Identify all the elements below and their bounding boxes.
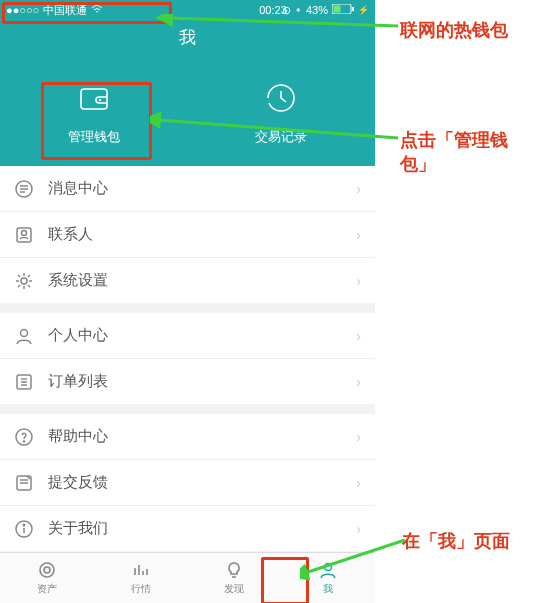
battery-icon — [332, 4, 354, 16]
svg-point-13 — [23, 440, 24, 441]
svg-point-16 — [23, 524, 25, 526]
chevron-right-icon: › — [356, 181, 361, 197]
chevron-right-icon: › — [356, 273, 361, 289]
tx-history-label: 交易记录 — [255, 128, 307, 146]
menu-profile[interactable]: 个人中心› — [0, 313, 375, 359]
svg-rect-1 — [334, 6, 341, 13]
annotation-text-3: 在「我」页面 — [402, 529, 510, 553]
svg-rect-2 — [352, 7, 354, 11]
info-icon — [14, 519, 34, 539]
tab-me[interactable]: 我 — [281, 553, 375, 603]
menu-label: 帮助中心 — [48, 427, 108, 446]
chevron-right-icon: › — [356, 374, 361, 390]
menu-label: 个人中心 — [48, 326, 108, 345]
tab-label: 行情 — [131, 582, 151, 596]
help-icon — [14, 427, 34, 447]
person-icon — [14, 326, 34, 346]
menu-contacts[interactable]: 联系人› — [0, 212, 375, 258]
svg-point-18 — [44, 567, 50, 573]
svg-point-19 — [325, 564, 332, 571]
menu-about[interactable]: 关于我们› — [0, 506, 375, 551]
svg-point-9 — [21, 278, 27, 284]
chevron-right-icon: › — [356, 521, 361, 537]
market-icon — [131, 560, 151, 580]
svg-point-4 — [99, 99, 101, 101]
wifi-icon — [91, 4, 103, 16]
menu-messages[interactable]: 消息中心› — [0, 166, 375, 212]
me-icon — [318, 560, 338, 580]
carrier-label: 中国联通 — [43, 3, 87, 18]
menu-label: 订单列表 — [48, 372, 108, 391]
menu-label: 关于我们 — [48, 519, 108, 538]
svg-point-17 — [40, 563, 54, 577]
menu-label: 提交反馈 — [48, 473, 108, 492]
annotation-text-2: 点击「管理钱包」 — [400, 128, 540, 176]
svg-rect-3 — [81, 89, 107, 109]
menu-feedback[interactable]: 提交反馈› — [0, 460, 375, 506]
contacts-icon — [14, 225, 34, 245]
annotation-text-1: 联网的热钱包 — [400, 18, 508, 42]
tx-history-button[interactable]: 交易记录 — [255, 81, 307, 146]
feedback-icon — [14, 473, 34, 493]
bulb-icon — [224, 560, 244, 580]
menu-label: 联系人 — [48, 225, 93, 244]
tab-assets[interactable]: 资产 — [0, 553, 94, 603]
svg-point-10 — [21, 329, 28, 336]
assets-icon — [37, 560, 57, 580]
header: 我 管理钱包 交易记录 — [0, 20, 375, 166]
page-title: 我 — [0, 20, 375, 53]
charging-icon: ⚡ — [358, 5, 369, 15]
manage-wallet-label: 管理钱包 — [68, 128, 120, 146]
bluetooth-icon: ᛭ — [295, 4, 302, 16]
chevron-right-icon: › — [356, 429, 361, 445]
wallet-icon — [77, 81, 111, 118]
tab-discover[interactable]: 发现 — [188, 553, 282, 603]
menu-help[interactable]: 帮助中心› — [0, 414, 375, 460]
chevron-right-icon: › — [356, 328, 361, 344]
menu-orders[interactable]: 订单列表› — [0, 359, 375, 404]
tab-market[interactable]: 行情 — [94, 553, 188, 603]
svg-point-8 — [22, 230, 27, 235]
menu-label: 系统设置 — [48, 271, 108, 290]
tab-label: 我 — [323, 582, 333, 596]
tab-label: 资产 — [37, 582, 57, 596]
gear-icon — [14, 271, 34, 291]
clock-icon — [264, 81, 298, 118]
clock: 00:23 — [259, 4, 287, 16]
signal-dots-icon: ●●○○○ — [6, 4, 39, 16]
list-icon — [14, 372, 34, 392]
tab-bar: 资产 行情 发现 我 — [0, 552, 375, 603]
battery-pct: 43% — [306, 4, 328, 16]
status-bar: ●●○○○ 中国联通 00:23 ⊙ ᛭ 43% ⚡ — [0, 0, 375, 20]
menu-settings[interactable]: 系统设置› — [0, 258, 375, 303]
menu-label: 消息中心 — [48, 179, 108, 198]
message-icon — [14, 179, 34, 199]
tab-label: 发现 — [224, 582, 244, 596]
manage-wallet-button[interactable]: 管理钱包 — [68, 81, 120, 146]
chevron-right-icon: › — [356, 227, 361, 243]
chevron-right-icon: › — [356, 475, 361, 491]
